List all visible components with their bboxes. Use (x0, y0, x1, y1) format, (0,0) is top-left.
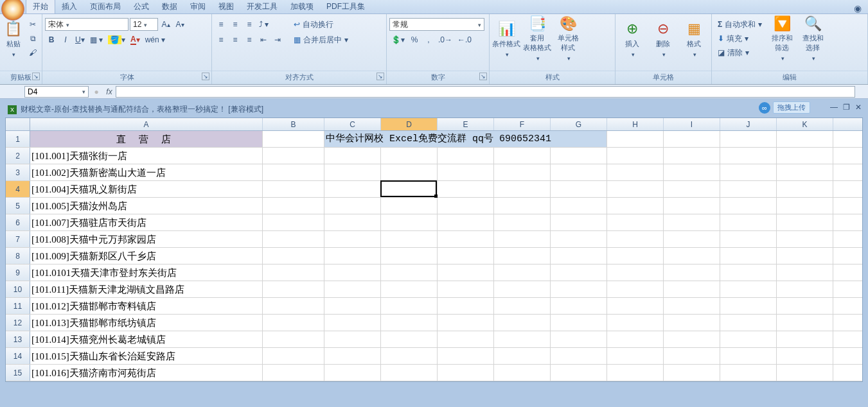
cell[interactable] (494, 148, 551, 164)
spreadsheet-grid[interactable]: ABCDEFGHIJK 1直 营 店中华会计网校 Excel免费交流群 qq号 … (5, 117, 863, 382)
formula-input[interactable] (116, 86, 855, 98)
cell-A13[interactable]: [101.014]天猫兖州长葛老城镇店 (30, 331, 263, 347)
tab-8[interactable]: 加载项 (284, 0, 320, 13)
cell[interactable] (777, 331, 833, 347)
cell[interactable] (664, 198, 720, 214)
cell[interactable] (438, 281, 494, 297)
cell[interactable] (720, 148, 777, 164)
row-header-9[interactable]: 9 (6, 264, 30, 281)
upload-tag[interactable]: 拖拽上传 (773, 101, 810, 114)
cell[interactable] (720, 131, 777, 147)
cell[interactable] (494, 331, 551, 347)
cell[interactable] (263, 248, 324, 264)
cell[interactable] (607, 315, 664, 331)
cell[interactable] (607, 164, 664, 180)
cell[interactable] (664, 281, 720, 297)
cell-A5[interactable]: [101.005]天猫汝州岛店 (30, 198, 263, 214)
row-header-4[interactable]: 4 (6, 181, 30, 197)
cell[interactable] (438, 198, 494, 214)
decrease-font-button[interactable]: A▾ (173, 18, 186, 31)
cell[interactable] (438, 164, 494, 180)
number-format-combo[interactable]: 常规 (389, 18, 484, 31)
cell[interactable] (777, 248, 833, 264)
cell[interactable] (777, 148, 833, 164)
increase-decimal-button[interactable]: .0→ (436, 33, 454, 46)
col-header-D[interactable]: D (381, 118, 438, 130)
cell[interactable] (494, 181, 551, 197)
cell[interactable] (664, 264, 720, 281)
insert-cells-button[interactable]: ⊕插入 (618, 15, 646, 62)
cell[interactable] (494, 298, 551, 314)
row-header-6[interactable]: 6 (6, 214, 30, 230)
cell-A2[interactable]: [101.001]天猫张街一店 (30, 148, 263, 164)
cell[interactable] (607, 231, 664, 247)
window-close-icon[interactable]: ✕ (855, 103, 862, 112)
clipboard-launcher[interactable]: ↘ (32, 73, 40, 80)
cell[interactable] (720, 281, 777, 297)
cell[interactable] (324, 365, 381, 381)
fill-color-button[interactable]: 🪣▾ (106, 33, 127, 46)
tab-2[interactable]: 页面布局 (84, 0, 127, 13)
decrease-indent-button[interactable]: ⇤ (257, 33, 270, 46)
col-header-G[interactable]: G (551, 118, 607, 130)
cell[interactable] (720, 214, 777, 230)
cell-A7[interactable]: [101.008]天猫中元万邦家园店 (30, 231, 263, 247)
cell[interactable] (551, 315, 607, 331)
cell-A6[interactable]: [101.007]天猫驻店市天街店 (30, 214, 263, 230)
percent-button[interactable]: % (408, 33, 421, 46)
cell[interactable] (664, 131, 720, 147)
row-header-8[interactable]: 8 (6, 248, 30, 264)
align-left-button[interactable]: ≡ (215, 33, 227, 46)
cell-A4[interactable]: [101.004]天猫巩义新街店 (30, 181, 263, 197)
number-launcher[interactable]: ↘ (479, 73, 487, 80)
cell[interactable] (777, 348, 833, 364)
col-header-E[interactable]: E (438, 118, 494, 130)
row-header-13[interactable]: 13 (6, 331, 30, 347)
tab-7[interactable]: 开发工具 (240, 0, 284, 13)
col-header-H[interactable]: H (607, 118, 664, 130)
cell[interactable] (438, 264, 494, 281)
row-header-7[interactable]: 7 (6, 231, 30, 247)
cell[interactable] (494, 365, 551, 381)
cell[interactable] (777, 181, 833, 197)
cell[interactable] (324, 164, 381, 180)
bold-button[interactable]: B (45, 33, 58, 46)
comma-button[interactable]: , (422, 33, 435, 46)
align-right-button[interactable]: ≡ (243, 33, 256, 46)
cell[interactable] (263, 214, 324, 230)
cell[interactable] (551, 281, 607, 297)
window-restore-icon[interactable]: ❐ (843, 103, 850, 112)
cut-button[interactable]: ✂ (26, 18, 39, 31)
cell-B1[interactable] (263, 131, 324, 147)
cell[interactable] (551, 231, 607, 247)
cell[interactable] (777, 281, 833, 297)
cell[interactable] (263, 264, 324, 281)
cell[interactable] (720, 231, 777, 247)
font-launcher[interactable]: ↘ (202, 73, 209, 80)
cell[interactable] (438, 231, 494, 247)
cell[interactable] (664, 315, 720, 331)
window-minimize-icon[interactable]: — (830, 103, 838, 112)
name-box[interactable]: D4▾ (24, 86, 89, 98)
cell[interactable] (324, 181, 381, 197)
clear-button[interactable]: ◪清除 ▾ (714, 46, 765, 59)
cell[interactable] (381, 331, 438, 347)
orientation-button[interactable]: ⤴ ▾ (257, 18, 270, 31)
cell[interactable] (551, 331, 607, 347)
cell[interactable] (777, 315, 833, 331)
row-header-1[interactable]: 1 (6, 131, 30, 147)
cell[interactable] (381, 264, 438, 281)
row-header-14[interactable]: 14 (6, 348, 30, 364)
font-size-combo[interactable]: 12 (130, 18, 158, 31)
cell[interactable] (263, 281, 324, 297)
find-select-button[interactable]: 🔍查找和 选择 (799, 15, 827, 62)
fx-icon[interactable]: fx (103, 87, 116, 96)
cell[interactable] (494, 231, 551, 247)
row-header-15[interactable]: 15 (6, 365, 30, 381)
cell[interactable] (607, 214, 664, 230)
cell[interactable] (381, 214, 438, 230)
sort-filter-button[interactable]: 🔽排序和 筛选 (768, 15, 796, 62)
cloud-upload-icon[interactable]: ∞ (759, 102, 770, 114)
font-color-button[interactable]: A ▾ (128, 33, 142, 46)
cell[interactable] (664, 331, 720, 347)
